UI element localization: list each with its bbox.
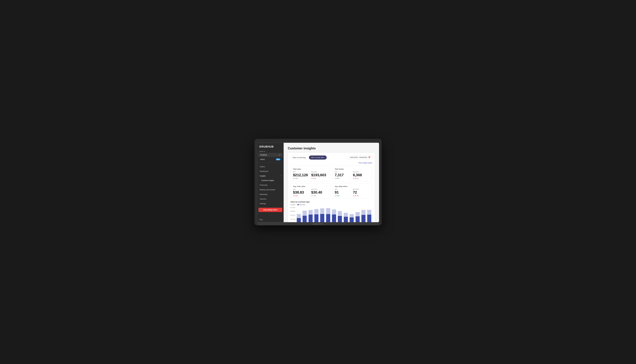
bar-gh-plus <box>297 214 301 218</box>
bar-gh-plus <box>344 213 348 217</box>
chart-container: $24,000 $20,000 $16,000 $12,000 $8,000 <box>291 207 372 222</box>
date-range-picker[interactable]: 02/01/2023 - 04/30/2023 📅 <box>348 156 372 160</box>
metric-title-avg-order-value: Avg. order value <box>293 186 328 187</box>
value-gh-plus-sales: $212,126 <box>293 173 310 177</box>
legend-gh-plus-dot <box>291 204 292 205</box>
bar-non-gh <box>326 214 330 222</box>
value-non-gh-aov: $30.40 <box>311 190 328 194</box>
y-label-2: $20,000 <box>291 211 295 212</box>
laptop-model-label: MacBook Pro <box>313 223 323 225</box>
sidebar: GRUBHUB Switch to... Grubhub ✓ Direct Ne… <box>257 143 284 222</box>
stop-orders-button[interactable]: Stop taking orders <box>259 208 282 212</box>
arrow-up-icon <box>293 178 294 179</box>
account-direct[interactable]: Direct New <box>258 158 283 161</box>
bar-group <box>325 207 331 222</box>
metric-col-gh-plus-ado: GH+ 91 4.6% <box>335 188 351 196</box>
app-logo: GRUBHUB <box>257 143 284 150</box>
account-grubhub[interactable]: Grubhub ✓ <box>258 153 283 157</box>
bar-gh-plus <box>326 208 330 214</box>
y-label-3: $16,000 <box>291 214 295 216</box>
sidebar-item-services[interactable]: Services <box>258 197 283 201</box>
bar-non-gh <box>361 215 365 222</box>
insights-label: Insights <box>260 175 266 177</box>
sidebar-item-customer-insights[interactable]: Customer insights <box>258 178 283 182</box>
view-insights-guide-link[interactable]: View insights guide <box>291 162 372 164</box>
marketing-label: Marketing <box>260 193 267 195</box>
chart-y-axis: $24,000 $20,000 $16,000 $12,000 $8,000 <box>291 207 295 222</box>
metric-card-avg-order-value: Avg. order value GH+ $38.83 0.2% <box>291 183 330 199</box>
label-non-gh-sales: Non GH+ <box>311 171 328 173</box>
chevron-right-icon: › <box>280 184 281 186</box>
sidebar-item-insights[interactable]: Insights ▾ <box>258 174 283 178</box>
chart-title: Sales by customer type <box>291 201 372 203</box>
label-gh-plus-sales: GH+ <box>293 171 310 173</box>
bar-non-gh <box>356 216 360 222</box>
tab-gh-plus-vs-non[interactable]: GH+ vs non GH+ <box>309 156 327 160</box>
account-grubhub-label: Grubhub <box>260 154 267 156</box>
bar-non-gh <box>314 214 318 222</box>
bar-non-gh <box>303 216 307 222</box>
arrow-up-icon-4 <box>335 195 336 196</box>
metric-col-non-gh-sales: Non GH+ $193,603 9.2% <box>311 171 328 179</box>
change-gh-plus-sales: 4.4% <box>293 178 310 179</box>
customer-insights-label: Customer insights <box>261 180 274 182</box>
services-label: Services <box>260 198 266 200</box>
settings-label: Settings <box>260 202 266 204</box>
bar-group <box>320 207 325 222</box>
y-label-4: $12,000 <box>291 218 295 220</box>
new-badge: New <box>276 158 280 160</box>
metrics-grid: Total sales GH+ $212,126 4.4% <box>291 166 372 199</box>
sidebar-item-marketing[interactable]: Marketing › <box>258 192 283 196</box>
bar-non-gh <box>367 214 371 222</box>
bar-gh-plus <box>361 210 365 215</box>
ratings-label: Ratings and reviews <box>260 189 275 191</box>
label-non-gh-ado: Non GH+ <box>353 188 370 190</box>
label-non-gh-aov: Non GH+ <box>311 188 328 190</box>
sidebar-item-dashboard[interactable]: Dashboard <box>258 169 283 174</box>
bar-gh-plus <box>332 210 336 214</box>
bar-group <box>302 207 307 222</box>
chevron-right-icon-4: › <box>280 203 281 204</box>
label-gh-plus-ado: GH+ <box>335 188 351 190</box>
sidebar-item-settings[interactable]: Settings › <box>258 202 283 206</box>
bar-group <box>331 207 337 222</box>
page-title: Customer insights <box>288 146 375 150</box>
bar-group <box>314 207 319 222</box>
bar-group <box>361 207 366 222</box>
value-non-gh-ado: 72 <box>353 190 370 194</box>
label-non-gh-orders: Non GH+ <box>353 171 370 173</box>
sidebar-item-ratings[interactable]: Ratings and reviews › <box>258 188 283 192</box>
metric-col-non-gh-orders: Non GH+ 6,368 10.7% <box>353 171 370 179</box>
bar-non-gh <box>332 214 336 222</box>
metric-col-gh-plus-orders: GH+ 7,317 4.6% <box>335 171 351 179</box>
metric-card-avg-daily-orders: Avg. daily orders GH+ 91 4.6% <box>332 183 372 199</box>
date-range-value: 02/01/2023 - 04/30/2023 <box>350 156 367 158</box>
help-link[interactable]: Help <box>257 217 284 222</box>
check-icon: ✓ <box>279 154 280 156</box>
change-non-gh-ado: 10.7% <box>353 195 370 196</box>
metric-col-non-gh-ado: Non GH+ 72 10.7% <box>353 188 370 196</box>
tab-new-vs-returning[interactable]: New vs returning <box>291 156 308 160</box>
chevron-down-icon: ▾ <box>280 175 281 177</box>
change-non-gh-aov: 1.7% <box>311 195 328 196</box>
legend-non-gh-label: Non GH+ <box>299 204 305 206</box>
bar-gh-plus <box>338 211 342 216</box>
bar-gh-plus <box>367 210 371 214</box>
sidebar-item-financials[interactable]: Financials › <box>258 183 283 187</box>
bar-gh-plus <box>314 209 318 214</box>
change-gh-plus-orders: 4.6% <box>335 178 351 179</box>
bar-non-gh <box>309 214 313 222</box>
chevron-right-icon-3: › <box>280 194 281 195</box>
metric-card-total-orders: Total orders GH+ 7,317 4.6% <box>332 166 372 182</box>
arrow-up-icon-2 <box>335 178 336 179</box>
calendar-icon: 📅 <box>368 156 370 158</box>
sidebar-item-orders[interactable]: Orders <box>258 164 283 169</box>
metric-col-gh-plus-aov: GH+ $38.83 0.2% <box>293 188 310 196</box>
bar-non-gh <box>320 214 324 222</box>
orders-label: Orders <box>260 166 265 168</box>
legend-gh-plus: GH+ <box>291 204 295 206</box>
financials-label: Financials <box>260 184 268 186</box>
metric-col-non-gh-aov: Non GH+ $30.40 1.7% <box>311 188 328 196</box>
chart-legend: GH+ Non GH+ <box>291 204 372 206</box>
arrow-down-icon-4 <box>353 195 354 196</box>
